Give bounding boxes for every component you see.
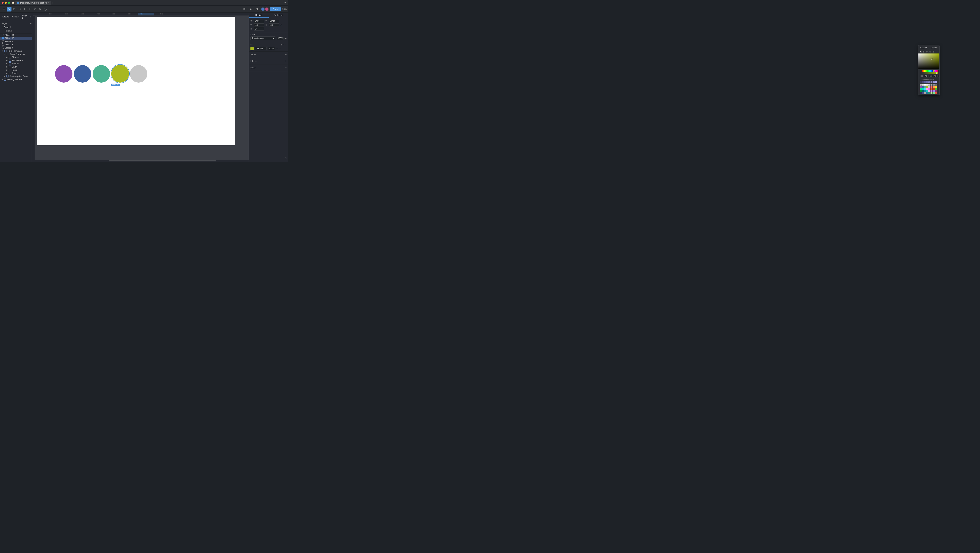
tab-assets[interactable]: Assets	[11, 15, 19, 18]
circle-teal[interactable]	[93, 65, 110, 83]
circle-yellow-green[interactable]	[111, 65, 129, 83]
y-input[interactable]	[269, 20, 279, 23]
layer-design-system-footer[interactable]: ▶ Design system footer	[0, 75, 33, 78]
home-icon[interactable]: 🏠	[11, 1, 15, 4]
more-options-button[interactable]: •••	[283, 1, 287, 4]
blend-mode-select[interactable]: Pass through	[250, 37, 275, 40]
layer-icon	[2, 43, 4, 46]
tab-close-icon[interactable]: ✕	[48, 2, 49, 4]
layer-ellipse-8[interactable]: Ellipse 8	[0, 43, 33, 46]
effects-section: Effects +	[249, 58, 288, 65]
svg-text:2000: 2000	[49, 13, 52, 15]
close-button[interactable]	[2, 2, 3, 4]
mirror-tool[interactable]: ◑	[255, 7, 259, 11]
help-button[interactable]: ?	[285, 157, 287, 160]
share-button[interactable]: Share	[270, 7, 281, 11]
fill-grid-icon[interactable]: ⊞	[280, 43, 283, 46]
text-tool[interactable]: T	[22, 7, 27, 11]
add-fill-button[interactable]: +	[283, 43, 285, 46]
fill-hex-input[interactable]	[255, 47, 267, 50]
layer-name: Ellipse 10	[5, 37, 14, 40]
remove-fill-button[interactable]: −	[285, 43, 287, 46]
tab-page[interactable]: Page 1	[21, 14, 28, 19]
layer-name: Neutral	[12, 62, 19, 65]
canvas-area[interactable]: 2000 2250 2500 2750 3000 3250 4329 4682 …	[33, 13, 249, 162]
w-label: W	[250, 24, 253, 26]
x-input[interactable]	[254, 20, 264, 23]
maximize-button[interactable]	[8, 2, 10, 4]
opacity-input[interactable]	[277, 37, 284, 40]
fill-opacity-input[interactable]	[268, 47, 275, 50]
circle-purple[interactable]	[55, 65, 72, 83]
tab-prototype[interactable]: Prototype	[269, 13, 288, 18]
layer-shades[interactable]: ▶ Shades	[0, 56, 33, 59]
remove-fill-icon[interactable]: −	[279, 48, 280, 50]
fill-section-header: Fill ⊞ + −	[250, 43, 287, 46]
add-page-button[interactable]: +	[30, 22, 32, 25]
tab-add-icon[interactable]: +	[52, 1, 54, 4]
layer-name: Pastel	[12, 69, 18, 71]
tab[interactable]: DesignerUp Color Sheet YT ✕	[16, 1, 51, 5]
shape-tool[interactable]: ⬡	[17, 7, 22, 11]
canvas-page[interactable]: 553 × 553	[37, 17, 235, 145]
circle-tool[interactable]: ◯	[43, 7, 48, 11]
layer-icon	[2, 34, 4, 36]
add-stroke-button[interactable]: +	[285, 53, 287, 56]
r-input[interactable]	[254, 27, 264, 30]
scrollbar-thumb[interactable]	[109, 160, 216, 161]
blend-row: Pass through 👁	[250, 37, 287, 40]
circle-blue[interactable]	[74, 65, 91, 83]
menu-tool[interactable]: ☰	[2, 7, 6, 11]
user-avatars	[261, 7, 269, 11]
w-input[interactable]	[254, 23, 264, 27]
pages-label: Pages	[2, 22, 7, 25]
select-tool[interactable]: ↖	[7, 7, 11, 11]
add-layer-button[interactable]: +	[30, 15, 32, 18]
layer-name: Ellipse 11	[5, 34, 14, 36]
layer-color-formulas[interactable]: ▼ Color Formulas	[0, 53, 33, 56]
tool-group-main: ☰ ↖ □ ⬡ T ✏ ↩ ↻ ◯	[2, 7, 49, 11]
export-section-header: Export +	[250, 66, 287, 69]
h-input[interactable]	[269, 23, 279, 27]
present-tool[interactable]: ▶	[248, 7, 253, 11]
minimize-button[interactable]	[5, 2, 7, 4]
layer-ellipse-10[interactable]: Ellipse 10	[0, 37, 33, 40]
tab-layers[interactable]: Layers	[2, 15, 10, 18]
layer-icon	[2, 40, 4, 43]
tab-design[interactable]: Design	[249, 13, 269, 18]
horizontal-scrollbar[interactable]	[33, 160, 249, 162]
svg-text:2500: 2500	[81, 13, 84, 15]
page-item-1[interactable]: ✓ Page 1	[0, 25, 33, 29]
expand-icon: ▶	[4, 75, 5, 77]
layer-fluorescent[interactable]: ▶ Fluorescent	[0, 59, 33, 62]
layer-icon	[9, 72, 11, 74]
page-item-2[interactable]: Page 2	[0, 29, 33, 32]
visibility-toggle[interactable]: 👁	[285, 37, 287, 40]
layers-list: Ellipse 11 Ellipse 10 Ellipse 9 Ellipse …	[0, 33, 33, 162]
redo-tool[interactable]: ↻	[38, 7, 42, 11]
layer-jewel[interactable]: ▶ Jewel	[0, 72, 33, 75]
tab-icon	[17, 2, 19, 4]
lock-ratio-button[interactable]: 🔗	[280, 24, 282, 26]
frame-tool[interactable]: □	[12, 7, 17, 11]
pen-tool[interactable]: ✏	[27, 7, 32, 11]
layer-ellipse-9[interactable]: Ellipse 9	[0, 40, 33, 43]
layer-ellipse-7[interactable]: Ellipse 7	[0, 46, 33, 49]
circle-gray[interactable]	[130, 65, 147, 83]
add-effect-button[interactable]: +	[285, 59, 287, 62]
fill-section: Fill ⊞ + − 👁 −	[249, 42, 288, 52]
layer-hsb-formulas[interactable]: ▼ HSB Formulas	[0, 49, 33, 53]
fill-visibility-toggle[interactable]: 👁	[276, 48, 278, 50]
fill-title: Fill	[250, 43, 253, 46]
layer-pastel[interactable]: ▶ Pastel	[0, 69, 33, 72]
layer-section: Layer Pass through 👁	[249, 32, 288, 42]
fill-color-swatch[interactable]	[250, 47, 254, 50]
stroke-title: Stroke	[250, 54, 256, 56]
layer-getting-started[interactable]: ▶ Getting Started	[0, 78, 33, 81]
layer-earth[interactable]: ▶ Earth	[0, 65, 33, 69]
undo-tool[interactable]: ↩	[32, 7, 37, 11]
component-tool[interactable]: ⊞	[242, 7, 247, 11]
layer-ellipse-11[interactable]: Ellipse 11	[0, 33, 33, 37]
add-export-button[interactable]: +	[285, 66, 287, 69]
layer-neutral[interactable]: ▶ Neutral	[0, 62, 33, 65]
